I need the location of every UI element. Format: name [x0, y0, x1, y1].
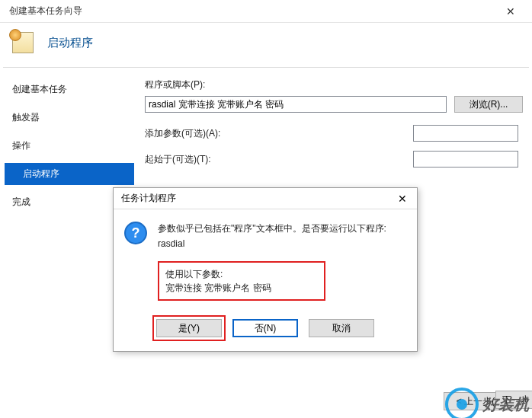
watermark-icon: [445, 388, 479, 418]
dialog-body: ? 参数似乎已包括在"程序"文本框中。是否要运行以下程序: rasdial 使用…: [114, 209, 417, 308]
modal-overlay: 任务计划程序 ✕ ? 参数似乎已包括在"程序"文本框中。是否要运行以下程序: r…: [0, 0, 532, 418]
params-highlight-box: 使用以下参数: 宽带连接 宽带账户名 密码: [158, 261, 325, 301]
params-title: 使用以下参数:: [165, 267, 318, 281]
no-button[interactable]: 否(N): [232, 319, 298, 337]
watermark: 好装机: [445, 388, 529, 418]
params-value: 宽带连接 宽带账户名 密码: [165, 281, 318, 295]
dialog-text: 参数似乎已包括在"程序"文本框中。是否要运行以下程序: rasdial 使用以下…: [158, 222, 386, 301]
cancel-button[interactable]: 取消: [309, 319, 374, 337]
dialog-titlebar: 任务计划程序 ✕: [114, 188, 417, 209]
question-icon: ?: [124, 222, 147, 244]
dialog-line1: 参数似乎已包括在"程序"文本框中。是否要运行以下程序:: [158, 222, 386, 235]
dialog-line2: rasdial: [158, 237, 386, 250]
dialog-title: 任务计划程序: [121, 192, 176, 205]
dialog-close-icon[interactable]: ✕: [393, 193, 412, 205]
dialog-buttons: 是(Y) 否(N) 取消: [114, 308, 417, 351]
yes-button[interactable]: 是(Y): [156, 319, 222, 337]
watermark-text: 好装机: [483, 394, 529, 415]
dialog: 任务计划程序 ✕ ? 参数似乎已包括在"程序"文本框中。是否要运行以下程序: r…: [113, 187, 418, 352]
